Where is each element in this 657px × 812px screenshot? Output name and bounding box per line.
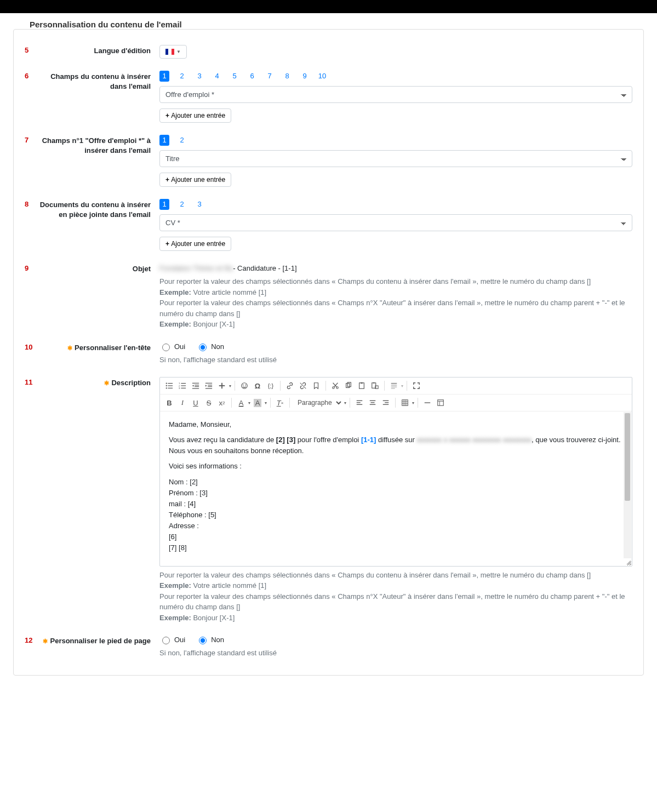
svg-point-23 [243,385,244,386]
clear-format-icon[interactable]: T× [274,397,286,409]
page-8[interactable]: 8 [282,71,292,82]
svg-rect-40 [391,388,395,388]
svg-rect-1 [168,383,173,384]
select-documents[interactable]: CV * [159,214,632,231]
emoji-icon[interactable] [238,380,250,392]
cut-icon[interactable] [329,380,341,392]
svg-rect-48 [385,402,389,403]
page-doc-3[interactable]: 3 [195,199,204,210]
add-entry-documents[interactable]: Ajouter une entrée [159,237,231,251]
row-champs-n1: 7 Champs n°1 "Offre d'emploi *" à insére… [25,135,632,187]
hr-icon[interactable] [421,397,433,409]
pager-champs: 1 2 3 4 5 6 7 8 9 10 [159,71,632,82]
radio-header-oui[interactable] [162,344,170,351]
svg-rect-43 [357,404,363,405]
link-icon[interactable] [284,380,296,392]
objet-text: - Candidature - [1-1] [233,264,296,272]
page-6[interactable]: 6 [247,71,257,82]
page-10[interactable]: 10 [317,71,327,82]
ol-icon[interactable]: 123 [176,380,188,392]
page-7[interactable]: 7 [265,71,275,82]
align-right-icon[interactable] [380,397,392,409]
underline-icon[interactable]: U [190,397,202,409]
svg-point-2 [166,385,167,386]
plus-icon[interactable] [216,380,228,392]
page-1[interactable]: 1 [159,71,169,82]
align-center-icon[interactable] [367,397,379,409]
code-braces-icon[interactable]: {;} [265,380,277,392]
table-caret-icon[interactable]: ▾ [412,401,414,405]
paste-icon[interactable] [356,380,368,392]
bookmark-icon[interactable] [310,380,322,392]
paste-special-icon[interactable] [369,380,381,392]
template-icon[interactable] [388,380,400,392]
objet-input[interactable]: Fondation Thiriez et fils - Candidature … [159,263,632,273]
language-dropdown[interactable]: ▼ [159,45,187,59]
svg-rect-49 [383,404,389,405]
svg-rect-16 [205,383,212,384]
header-oui[interactable]: Oui [159,342,185,351]
radio-footer-oui[interactable] [162,637,170,644]
svg-rect-37 [391,383,397,385]
svg-rect-35 [373,382,375,384]
row-champs-contenu: 6 Champs du contenu à insérer dans l'ema… [25,71,632,123]
step-num-7: 7 [25,135,36,144]
add-entry-champs-n1[interactable]: Ajouter une entrée [159,173,231,187]
text-color-icon[interactable]: A [235,397,247,409]
layout-icon[interactable] [435,397,447,409]
svg-rect-33 [361,382,363,384]
svg-point-24 [245,385,246,386]
svg-rect-41 [357,401,363,401]
bg-color-icon[interactable]: A [252,397,264,409]
strike-icon[interactable]: S [203,397,215,409]
superscript-icon[interactable]: x2 [216,397,228,409]
page-doc-2[interactable]: 2 [177,199,187,210]
table-icon[interactable] [399,397,411,409]
radio-footer-non[interactable] [199,637,207,644]
unlink-icon[interactable] [297,380,309,392]
bg-color-caret-icon[interactable]: ▾ [265,401,267,405]
paragraph-caret-icon[interactable]: ▾ [344,401,346,405]
template-caret-icon[interactable]: ▾ [401,384,403,388]
select-champs-contenu[interactable]: Offre d'emploi * [159,86,632,103]
page-4[interactable]: 4 [212,71,222,82]
page-n1-2[interactable]: 2 [177,135,187,146]
chevron-down-icon: ▼ [176,49,181,54]
page-2[interactable]: 2 [177,71,187,82]
svg-rect-9 [181,385,186,386]
indent-icon[interactable] [203,380,215,392]
add-entry-champs[interactable]: Ajouter une entrée [159,108,231,123]
page-9[interactable]: 9 [300,71,310,82]
svg-rect-12 [192,383,199,384]
text-color-caret-icon[interactable]: ▾ [248,401,250,405]
italic-icon[interactable]: I [176,397,188,409]
paragraph-select[interactable]: Paragraphe [293,397,343,408]
editor-body[interactable]: Madame, Monsieur, Vous avez reçu la cand… [160,411,632,566]
select-champs-n1[interactable]: Titre [159,150,632,167]
plus-caret-icon[interactable]: ▾ [229,384,231,388]
svg-rect-19 [205,388,212,388]
footer-non[interactable]: Non [196,635,224,644]
footer-oui[interactable]: Oui [159,635,185,644]
header-non[interactable]: Non [196,342,224,351]
svg-rect-45 [371,402,375,403]
outdent-icon[interactable] [190,380,202,392]
ul-icon[interactable] [163,380,175,392]
page-doc-1[interactable]: 1 [159,199,169,210]
page-3[interactable]: 3 [195,71,204,82]
svg-rect-3 [168,385,173,386]
omega-icon[interactable]: Ω [252,380,264,392]
radio-header-non[interactable] [199,344,207,351]
fullscreen-icon[interactable] [410,380,422,392]
step-num-6: 6 [25,71,36,80]
page-n1-1[interactable]: 1 [159,135,169,146]
bold-icon[interactable]: B [163,397,175,409]
objet-help: Pour reporter la valeur des champs sélec… [159,276,632,330]
copy-icon[interactable] [342,380,355,392]
align-left-icon[interactable] [353,397,365,409]
editor-scrollbar[interactable] [624,412,631,558]
label-documents: Documents du contenu à insérer en pièce … [36,199,159,219]
page-5[interactable]: 5 [230,71,239,82]
footer-note: Si non, l'affichage standard est utilisé [159,648,632,659]
editor-toolbar-1: 123 ▾ Ω {;} [160,378,632,394]
